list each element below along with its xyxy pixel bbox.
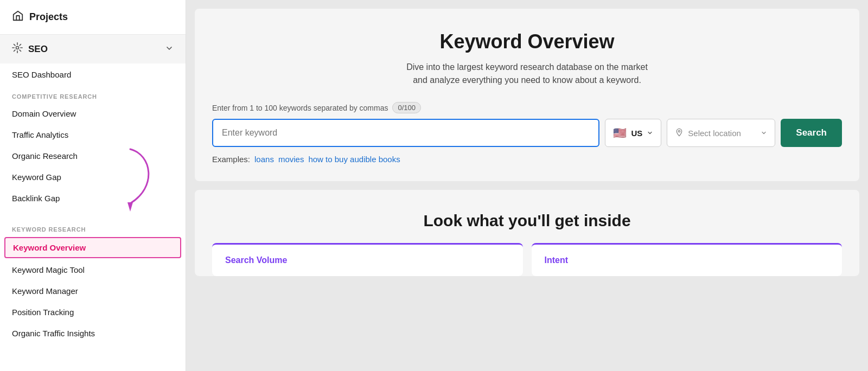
sidebar-item-organic-research[interactable]: Organic Research <box>0 145 186 167</box>
svg-point-2 <box>679 130 680 132</box>
location-pin-icon <box>675 128 684 138</box>
sidebar-item-keyword-magic-tool[interactable]: Keyword Magic Tool <box>0 259 186 280</box>
preview-item-intent: Intent <box>532 243 843 276</box>
examples-row: Examples: loans movies how to buy audibl… <box>212 155 842 164</box>
sidebar-item-position-tracking[interactable]: Position Tracking <box>0 302 186 323</box>
country-dropdown[interactable]: 🇺🇸 US <box>605 119 661 147</box>
sidebar-item-organic-traffic-insights[interactable]: Organic Traffic Insights <box>0 323 186 344</box>
examples-label: Examples: <box>212 155 250 164</box>
sidebar-item-keyword-gap[interactable]: Keyword Gap <box>0 167 186 188</box>
sidebar-item-traffic-analytics[interactable]: Traffic Analytics <box>0 124 186 145</box>
sidebar: Projects SEO SEO Dashboard COMPETITIVE R… <box>0 0 186 371</box>
keyword-count-row: Enter from 1 to 100 keywords separated b… <box>212 102 842 113</box>
location-dropdown[interactable]: Select location <box>667 119 775 147</box>
location-placeholder: Select location <box>688 129 756 138</box>
example-link-movies[interactable]: movies <box>278 155 304 164</box>
seo-label: SEO <box>28 44 48 55</box>
preview-items-row: Search Volume Intent <box>212 243 842 276</box>
search-row: 🇺🇸 US Select location <box>212 119 842 147</box>
preview-intent-label: Intent <box>545 255 569 265</box>
main-content: Keyword Overview Dive into the largest k… <box>186 0 868 371</box>
chevron-down-icon <box>165 44 174 55</box>
keyword-count-badge: 0/100 <box>392 102 421 113</box>
sidebar-item-keyword-overview[interactable]: Keyword Overview <box>4 237 181 258</box>
home-icon <box>12 10 24 24</box>
sidebar-item-seo-dashboard[interactable]: SEO Dashboard <box>0 63 186 86</box>
card-subtitle: Dive into the largest keyword research d… <box>212 61 842 87</box>
seo-icon <box>12 42 23 56</box>
sidebar-projects[interactable]: Projects <box>0 0 186 35</box>
svg-point-0 <box>16 47 19 49</box>
keyword-input[interactable] <box>212 119 599 147</box>
location-chevron-icon <box>761 129 767 138</box>
example-link-audible[interactable]: how to buy audible books <box>308 155 400 164</box>
sidebar-section-competitive-research: COMPETITIVE RESEARCH <box>0 86 186 103</box>
seo-dashboard-label: SEO Dashboard <box>12 70 71 79</box>
keyword-overview-card: Keyword Overview Dive into the largest k… <box>195 9 859 181</box>
sidebar-item-domain-overview[interactable]: Domain Overview <box>0 103 186 124</box>
sidebar-section-keyword-research: KEYWORD RESEARCH <box>0 219 186 236</box>
country-chevron-icon <box>647 129 653 138</box>
preview-search-volume-label: Search Volume <box>225 255 287 265</box>
us-flag-icon: 🇺🇸 <box>613 126 627 139</box>
preview-card-title: Look what you'll get inside <box>212 212 842 230</box>
card-title: Keyword Overview <box>212 30 842 53</box>
sidebar-item-backlink-gap[interactable]: Backlink Gap <box>0 188 186 209</box>
preview-item-search-volume: Search Volume <box>212 243 523 276</box>
sidebar-item-keyword-manager[interactable]: Keyword Manager <box>0 280 186 302</box>
projects-label: Projects <box>29 11 68 23</box>
country-label: US <box>631 129 642 138</box>
sidebar-seo-row[interactable]: SEO <box>0 35 186 63</box>
preview-card: Look what you'll get inside Search Volum… <box>195 190 859 276</box>
example-link-loans[interactable]: loans <box>254 155 274 164</box>
search-button[interactable]: Search <box>781 119 842 147</box>
